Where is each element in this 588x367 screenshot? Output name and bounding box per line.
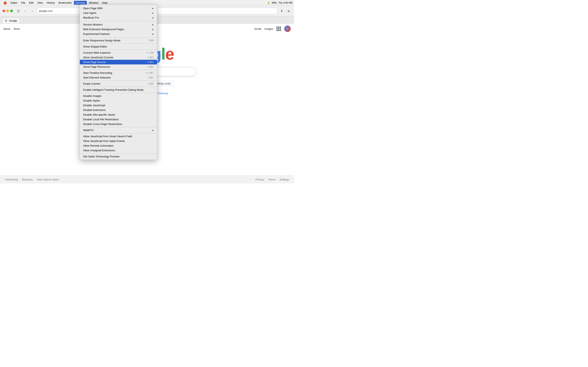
menu-safari[interactable]: Safari (9, 1, 19, 5)
search-icon: 🔍 (102, 70, 105, 74)
images-link[interactable]: Images (264, 27, 273, 30)
address-text: google.com (39, 9, 53, 12)
settings-link[interactable]: Settings (279, 178, 289, 181)
control-center-icon[interactable]: 🔋 (267, 1, 270, 4)
privacy-link[interactable]: Privacy (255, 178, 264, 181)
google-apps-button[interactable] (277, 26, 281, 31)
menubar-right: 🔋 99% Thu 4:40 PM (267, 1, 292, 4)
google-logo: Google (120, 46, 174, 62)
menu-history[interactable]: History (45, 1, 56, 5)
store-link[interactable]: Store (13, 27, 20, 30)
gmail-link[interactable]: Gmail (254, 27, 261, 30)
search-box[interactable]: 🔍 Search Google or type a URL (98, 67, 196, 76)
tab-google[interactable]: G Google (2, 18, 20, 24)
tab-bar: G Google (0, 16, 294, 24)
clock: Thu 4:40 PM (278, 1, 292, 4)
menu-edit[interactable]: Edit (27, 1, 35, 5)
menu-window[interactable]: Window (87, 1, 100, 5)
back-button[interactable]: ‹ (22, 8, 28, 14)
minimize-button[interactable] (6, 9, 9, 12)
forward-button[interactable]: › (29, 8, 35, 14)
google-search-button[interactable]: Google Search (120, 80, 145, 87)
password-checkup-link[interactable]: Take a 2-minute Password Checkup (126, 92, 168, 95)
menu-develop[interactable]: Develop (74, 1, 87, 5)
page-content: About Store Gmail Images U Google 🔍 Sear… (0, 24, 294, 184)
battery-level: 99% (272, 1, 277, 4)
google-footer: Advertising Business How Search works Pr… (0, 175, 294, 184)
terms-link[interactable]: Terms (268, 178, 276, 181)
menu-help[interactable]: Help (100, 1, 109, 5)
sidebar-toggle[interactable]: ⊡ (16, 8, 20, 14)
about-link[interactable]: About (3, 27, 10, 30)
business-link[interactable]: Business (22, 178, 33, 181)
toolbar-right: ⬆ ⊕ (279, 8, 292, 14)
feeling-lucky-button[interactable]: I'm Feeling Lucky (147, 80, 174, 87)
share-button[interactable]: ⬆ (279, 8, 285, 14)
fullscreen-button[interactable] (10, 9, 13, 12)
menu-file[interactable]: File (19, 1, 27, 5)
how-search-works-link[interactable]: How Search works (37, 178, 59, 181)
profile-avatar[interactable]: U (284, 25, 291, 32)
address-bar[interactable]: google.com (37, 8, 277, 14)
search-placeholder: Search Google or type a URL (107, 70, 142, 73)
footer-right: Privacy Terms Settings (255, 178, 289, 181)
google-main: Google 🔍 Search Google or type a URL Goo… (0, 34, 294, 95)
menubar-left: 🍎 Safari File Edit View History Bookmark… (2, 1, 267, 5)
browser-toolbar: ⊡ ‹ › google.com ⬆ ⊕ (0, 6, 294, 16)
menu-bookmarks[interactable]: Bookmarks (57, 1, 73, 5)
apple-menu[interactable]: 🍎 (2, 1, 8, 4)
menu-bar: 🍎 Safari File Edit View History Bookmark… (0, 0, 294, 6)
footer-left: Advertising Business How Search works (5, 178, 59, 181)
tab-title: Google (9, 19, 17, 22)
close-button[interactable] (2, 9, 5, 12)
tab-favicon: G (5, 19, 8, 22)
advertising-link[interactable]: Advertising (5, 178, 18, 181)
menu-view[interactable]: View (35, 1, 44, 5)
new-tab-button[interactable]: ⊕ (286, 8, 292, 14)
google-buttons: Google Search I'm Feeling Lucky (120, 80, 174, 87)
traffic-lights (2, 9, 13, 12)
